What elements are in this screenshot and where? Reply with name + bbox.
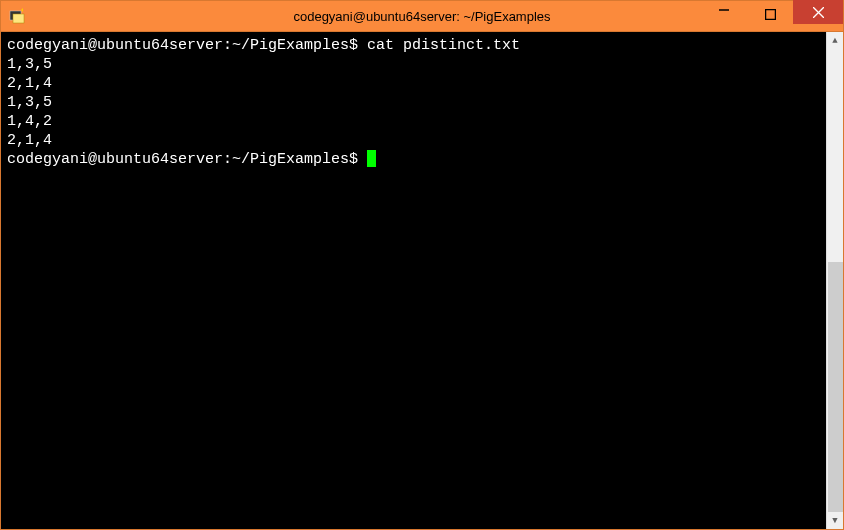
app-icon	[9, 8, 25, 24]
svg-rect-1	[13, 14, 24, 23]
close-button[interactable]	[793, 0, 843, 24]
window-controls	[701, 1, 843, 31]
scroll-up-arrow-icon[interactable]: ▲	[827, 32, 843, 49]
command-text: cat pdistinct.txt	[367, 37, 520, 54]
shell-prompt: codegyani@ubuntu64server:~/PigExamples$	[7, 151, 358, 168]
shell-prompt: codegyani@ubuntu64server:~/PigExamples$	[7, 37, 358, 54]
output-line: 1,3,5	[7, 94, 52, 111]
terminal-area: codegyani@ubuntu64server:~/PigExamples$ …	[1, 31, 843, 529]
minimize-button[interactable]	[701, 1, 747, 27]
scroll-thumb[interactable]	[828, 262, 843, 512]
output-line: 2,1,4	[7, 132, 52, 149]
scroll-down-arrow-icon[interactable]: ▼	[827, 512, 843, 529]
cursor	[367, 150, 376, 167]
maximize-button[interactable]	[747, 1, 793, 27]
output-line: 2,1,4	[7, 75, 52, 92]
vertical-scrollbar[interactable]: ▲ ▼	[826, 32, 843, 529]
titlebar[interactable]: codegyani@ubuntu64server: ~/PigExamples	[1, 1, 843, 31]
window-title: codegyani@ubuntu64server: ~/PigExamples	[293, 9, 550, 24]
output-line: 1,3,5	[7, 56, 52, 73]
output-line: 1,4,2	[7, 113, 52, 130]
terminal-window: codegyani@ubuntu64server: ~/PigExamples …	[0, 0, 844, 530]
terminal-content[interactable]: codegyani@ubuntu64server:~/PigExamples$ …	[1, 32, 826, 529]
svg-rect-3	[765, 9, 775, 19]
